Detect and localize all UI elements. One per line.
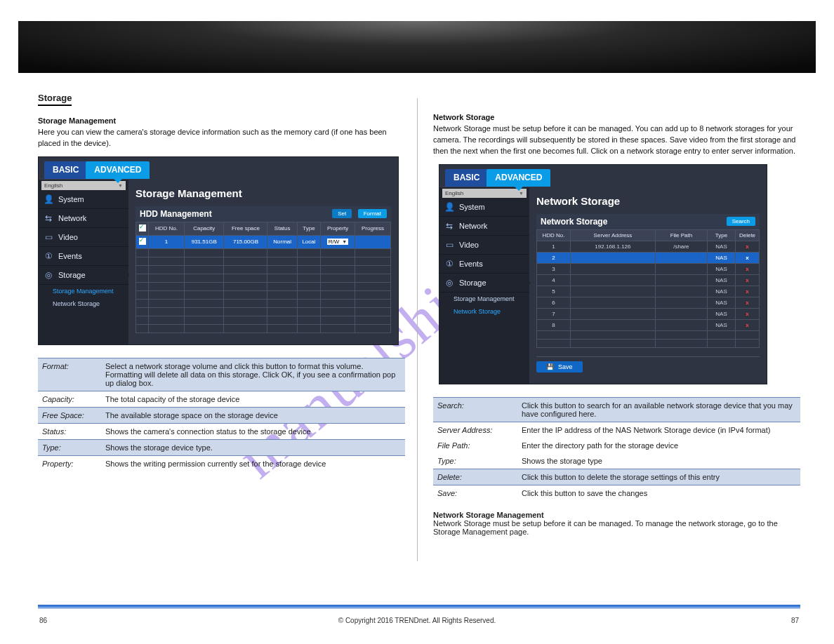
cell-no: 7 bbox=[537, 308, 571, 319]
sidebar-item-video[interactable]: ▭Video bbox=[439, 236, 529, 255]
table-row[interactable]: 3NASx bbox=[537, 263, 760, 274]
col-status: Status bbox=[267, 222, 297, 235]
sidebar-sub-network-storage[interactable]: Network Storage bbox=[39, 297, 128, 310]
desc-key: Property: bbox=[38, 455, 101, 471]
cell-type: NAS bbox=[708, 252, 736, 263]
row-checkbox[interactable] bbox=[139, 238, 146, 245]
delete-button[interactable]: x bbox=[736, 319, 760, 330]
cell-type: Local bbox=[297, 235, 320, 248]
disk-icon: ◎ bbox=[444, 278, 455, 288]
format-button[interactable]: Format bbox=[358, 209, 387, 218]
col-hdd-no: HDD No. bbox=[149, 222, 185, 235]
property-select[interactable]: R/W▼ bbox=[327, 239, 349, 245]
set-button[interactable]: Set bbox=[332, 209, 352, 218]
page-number-right: 87 bbox=[791, 617, 799, 624]
cell-addr bbox=[571, 252, 656, 263]
save-label: Save bbox=[558, 363, 573, 370]
cell-progress bbox=[355, 235, 390, 248]
col-property: Property bbox=[321, 222, 355, 235]
cell-no: 2 bbox=[537, 252, 571, 263]
col-type: Type bbox=[708, 229, 736, 241]
delete-button[interactable]: x bbox=[736, 263, 760, 274]
cell-type: NAS bbox=[708, 263, 736, 274]
table-row-empty bbox=[136, 274, 391, 282]
col-capacity: Capacity bbox=[184, 222, 224, 235]
hdd-table: HDD No. Capacity Free space Status Type … bbox=[135, 222, 391, 333]
table-row-empty bbox=[136, 248, 391, 257]
cell-type: NAS bbox=[708, 241, 736, 252]
cell-type: NAS bbox=[708, 286, 736, 297]
note-network-storage-mgmt: Network Storage Management Network Stora… bbox=[433, 511, 800, 536]
sidebar-item-storage[interactable]: ◎Storage bbox=[39, 266, 128, 285]
cell-path bbox=[655, 308, 707, 319]
cell-addr bbox=[571, 297, 656, 308]
table-row[interactable]: 5NASx bbox=[537, 286, 760, 297]
sidebar-item-events[interactable]: ①Events bbox=[39, 247, 128, 266]
cell-status: Normal bbox=[267, 235, 297, 248]
delete-button[interactable]: x bbox=[736, 297, 760, 308]
cell-free: 715.00GB bbox=[224, 235, 267, 248]
delete-button[interactable]: x bbox=[736, 274, 760, 286]
desc-table-right: Search:Click this button to search for a… bbox=[433, 397, 800, 501]
cell-path bbox=[655, 252, 707, 263]
cell-no: 5 bbox=[537, 286, 571, 297]
note-title: Network Storage Management bbox=[433, 511, 544, 519]
sidebar-item-system[interactable]: 👤System bbox=[439, 198, 529, 217]
search-button[interactable]: Search bbox=[727, 217, 755, 226]
table-row-empty bbox=[136, 290, 391, 299]
table-row-empty bbox=[136, 257, 391, 265]
table-row[interactable]: 7NASx bbox=[537, 308, 760, 319]
tab-advanced[interactable]: ADVANCED bbox=[86, 161, 150, 179]
select-all-checkbox[interactable] bbox=[139, 224, 146, 232]
table-row[interactable]: 6NASx bbox=[537, 297, 760, 308]
disk-icon: ◎ bbox=[43, 270, 54, 280]
cell-hdd-no: 1 bbox=[149, 235, 185, 248]
table-row[interactable]: 4NASx bbox=[537, 274, 760, 286]
sidebar-item-label: Network bbox=[58, 214, 86, 222]
table-row-empty bbox=[136, 307, 391, 316]
sidebar-item-video[interactable]: ▭Video bbox=[39, 228, 128, 247]
table-row[interactable]: 8NASx bbox=[537, 319, 760, 330]
desc-key: Type: bbox=[433, 453, 517, 469]
delete-button[interactable]: x bbox=[736, 308, 760, 319]
desc-val: The total capacity of the storage device bbox=[101, 391, 405, 407]
cell-type: NAS bbox=[708, 319, 736, 330]
desc-key: File Path: bbox=[433, 438, 517, 453]
desc-key: Server Address: bbox=[433, 422, 517, 438]
desc-key: Status: bbox=[38, 423, 101, 439]
cell-no: 8 bbox=[537, 319, 571, 330]
delete-button[interactable]: x bbox=[736, 286, 760, 297]
desc-val: Enter the directory path for the storage… bbox=[517, 438, 800, 453]
table-row[interactable]: 2NASx bbox=[537, 252, 760, 263]
tab-basic[interactable]: BASIC bbox=[44, 161, 87, 179]
tab-advanced[interactable]: ADVANCED bbox=[486, 169, 550, 187]
sidebar-sub-storage-mgmt[interactable]: Storage Management bbox=[439, 293, 529, 305]
delete-button[interactable]: x bbox=[736, 241, 760, 252]
delete-button[interactable]: x bbox=[736, 252, 760, 263]
alert-icon: ① bbox=[43, 251, 54, 261]
cell-no: 4 bbox=[537, 274, 571, 286]
cell-path bbox=[655, 274, 707, 286]
sidebar-sub-storage-mgmt[interactable]: Storage Management bbox=[39, 285, 128, 297]
desc-val: Click this button to delete the storage … bbox=[517, 469, 800, 485]
save-button[interactable]: 💾 Save bbox=[536, 361, 583, 373]
sidebar-sub-network-storage[interactable]: Network Storage bbox=[439, 305, 529, 318]
desc-val: Select a network storage volume and clic… bbox=[101, 358, 405, 391]
sidebar-item-network[interactable]: ⇆Network bbox=[39, 209, 128, 228]
sidebar-item-system[interactable]: 👤System bbox=[39, 190, 128, 209]
cell-no: 3 bbox=[537, 263, 571, 274]
table-row[interactable]: 1192.168.1.126/shareNASx bbox=[537, 241, 760, 252]
desc-val: Shows the camera's connection status to … bbox=[101, 423, 405, 439]
floppy-icon: 💾 bbox=[546, 363, 554, 370]
cell-addr bbox=[571, 308, 656, 319]
desc-key: Search: bbox=[433, 397, 517, 422]
tab-basic[interactable]: BASIC bbox=[445, 169, 488, 187]
sidebar-item-storage[interactable]: ◎Storage bbox=[439, 274, 529, 293]
table-row[interactable]: 1 931.51GB 715.00GB Normal Local R/W▼ bbox=[136, 235, 391, 248]
sidebar-item-network[interactable]: ⇆Network bbox=[439, 217, 529, 236]
sidebar-item-events[interactable]: ①Events bbox=[439, 255, 529, 274]
desc-key: Save: bbox=[433, 485, 517, 501]
col-file-path: File Path bbox=[655, 229, 707, 241]
section-heading-storage: Storage bbox=[38, 93, 72, 106]
desc-key: Type: bbox=[38, 439, 101, 455]
